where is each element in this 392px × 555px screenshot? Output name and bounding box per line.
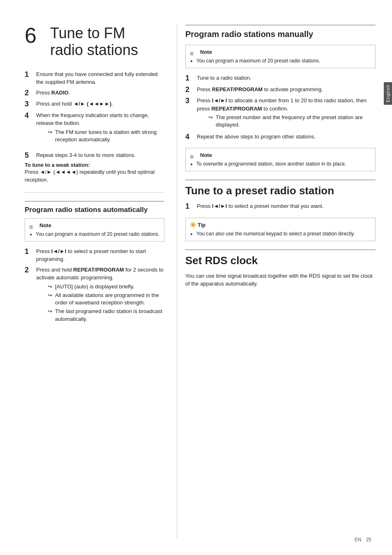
left-divider-1	[25, 192, 164, 193]
step-3: 3 Press and hold ◄/► (◄◄►►).	[25, 100, 164, 109]
page-number-block: EN 25	[355, 537, 371, 543]
step-3-content: Press and hold ◄/► (◄◄►►).	[36, 100, 164, 108]
manual-note-box: Note You can program a maximum of 20 pre…	[185, 45, 376, 68]
auto-note-header: Note	[29, 222, 160, 229]
manual-section-title: Program radio stations manually	[185, 25, 376, 39]
manual-note-box-2: Note To overwrite a programmed station, …	[185, 148, 376, 171]
tip-text: You can also use the numerical keypad to…	[196, 230, 371, 237]
manual-note-text: You can program a maximum of 20 preset r…	[196, 58, 371, 64]
rds-section-title: Set RDS clock	[185, 249, 376, 267]
tip-header: ✳ Tip	[190, 221, 371, 229]
auto-step-2: 2 Press and hold REPEAT/PROGRAM for 2 se…	[25, 266, 164, 324]
manual-section: Program radio stations manually Note You…	[185, 25, 376, 171]
auto-step-1-content: Press I◄/►I to select a preset number to…	[36, 247, 164, 263]
page-number: 25	[366, 537, 371, 543]
manual-step-2: 2 Press REPEAT/PROGRAM to activate progr…	[185, 85, 376, 94]
manual-note-header: Note	[190, 48, 371, 56]
step-4: 4 When the frequency indication starts t…	[25, 111, 164, 145]
manual-step-2-content: Press REPEAT/PROGRAM to activate program…	[197, 85, 376, 94]
manual-steps-list: 1 Tune to a radio station. 2 Press REPEA…	[185, 74, 376, 141]
preset-section-title: Tune to a preset radio station	[185, 180, 376, 197]
auto-section: Program radio stations automatically Not…	[25, 201, 164, 324]
auto-note-box: Note You can program a maximum of 20 pre…	[25, 218, 164, 242]
auto-step-1: 1 Press I◄/►I to select a preset number …	[25, 247, 164, 263]
step-4-content: When the frequency indication starts to …	[36, 111, 164, 145]
auto-section-title: Program radio stations automatically	[25, 201, 164, 214]
auto-step-2-content: Press and hold REPEAT/PROGRAM for 2 seco…	[36, 266, 164, 324]
manual-note2-header: Note	[190, 152, 371, 159]
auto-step-2-arrow-1: ↪ [AUTO] (auto) is displayed briefly.	[48, 283, 164, 290]
manual-step-3-content: Press I◄/►I to allocate a number from 1 …	[197, 97, 376, 130]
step-5-block: 5 Repeat steps 3-4 to tune to more stati…	[25, 151, 164, 184]
manual-step-4: 4 Repeat the above steps to program othe…	[185, 133, 376, 142]
manual-note2-text: To overwrite a programmed station, store…	[196, 161, 371, 168]
step-2: 2 Press RADIO.	[25, 89, 164, 98]
tip-box: ✳ Tip You can also use the numerical key…	[185, 218, 376, 241]
auto-step-2-arrow-3: ↪ The last programed radio station is br…	[48, 308, 164, 322]
auto-note-text: You can program a maximum of 20 preset r…	[36, 231, 160, 238]
main-steps-list: 1 Ensure that you have connected and ful…	[25, 70, 164, 145]
manual-step-1: 1 Tune to a radio station.	[185, 74, 376, 83]
manual-step-4-content: Repeat the above steps to program other …	[197, 133, 376, 141]
left-column: 6 Tune to FM radio stations 1 Ensure tha…	[0, 25, 177, 539]
step-2-content: Press RADIO.	[36, 89, 164, 97]
manual-step-3-arrow: ↪ The preset number and the frequency of…	[208, 114, 376, 129]
note-icon	[29, 223, 37, 228]
note-icon-2	[190, 49, 198, 55]
preset-section: Tune to a preset radio station 1 Press I…	[185, 180, 376, 241]
preset-step-1-content: Press I◄/►I to select a preset number th…	[197, 202, 376, 210]
step-5-text: Repeat steps 3-4 to tune to more station…	[36, 151, 164, 159]
step-1: 1 Ensure that you have connected and ful…	[25, 70, 164, 86]
preset-step-1: 1 Press I◄/►I to select a preset number …	[185, 202, 376, 211]
rds-section: Set RDS clock You can use time signal br…	[185, 249, 376, 288]
chapter-title: Tune to FM radio stations	[25, 25, 164, 59]
step-1-content: Ensure that you have connected and fully…	[36, 70, 164, 86]
manual-step-3: 3 Press I◄/►I to allocate a number from …	[185, 97, 376, 130]
tip-star-icon: ✳	[190, 221, 196, 229]
auto-step-2-arrow-2: ↪ All available stations are programmed …	[48, 292, 164, 306]
rds-section-text: You can use time signal broadcast togeth…	[185, 272, 376, 288]
language-label: English	[384, 82, 392, 105]
right-column: Program radio stations manually Note You…	[177, 25, 392, 539]
chapter-number: 6	[25, 25, 37, 46]
step-4-arrow: ↪ The FM tuner tunes to a station with s…	[48, 129, 164, 143]
chapter-title-block: 6 Tune to FM radio stations	[25, 25, 164, 59]
note-icon-3	[190, 152, 198, 158]
auto-steps-list: 1 Press I◄/►I to select a preset number …	[25, 247, 164, 324]
preset-steps-list: 1 Press I◄/►I to select a preset number …	[185, 202, 376, 211]
manual-step-1-content: Tune to a radio station.	[197, 74, 376, 82]
